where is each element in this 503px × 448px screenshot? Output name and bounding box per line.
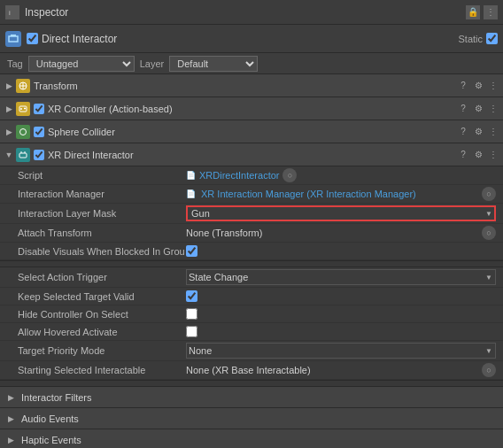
audio-events-header[interactable]: ▶ Audio Events (0, 408, 503, 429)
starting-selected-interactable-value: None (XR Base Interactable) (186, 365, 475, 375)
script-file-icon: 📄 (186, 171, 196, 180)
select-action-trigger-select-wrapper: State Change ▼ (186, 269, 496, 285)
interaction-manager-row: Interaction Manager 📄 XR Interaction Man… (0, 185, 503, 204)
script-label: Script (18, 170, 186, 181)
interactor-filters-header[interactable]: ▶ Interactor Filters (0, 387, 503, 408)
svg-point-11 (20, 128, 27, 135)
xr-direct-icon (16, 148, 30, 162)
sphere-collider-label: Sphere Collider (48, 127, 457, 137)
sphere-collider-menu-btn[interactable]: ⋮ (487, 126, 499, 138)
sphere-collider-header[interactable]: ▶ Sphere Collider ? ⚙ ⋮ (0, 120, 503, 143)
section-divider-2 (0, 380, 503, 387)
target-priority-mode-select-wrapper: None ▼ (186, 343, 496, 359)
audio-events-label: Audio Events (21, 413, 79, 424)
attach-transform-row: Attach Transform None (Transform) ○ (0, 224, 503, 243)
select-action-trigger-select[interactable]: State Change (186, 269, 496, 285)
transform-label: Transform (34, 81, 457, 91)
transform-fold-icon: ▶ (4, 81, 14, 91)
object-icon (5, 31, 21, 47)
layer-label: Layer (140, 58, 165, 69)
static-label: Static (458, 34, 483, 44)
sphere-collider-fold-icon: ▶ (4, 127, 14, 137)
script-circle-btn[interactable]: ○ (282, 168, 297, 182)
haptic-events-header[interactable]: ▶ Haptic Events (0, 429, 503, 448)
disable-visuals-checkbox[interactable] (186, 245, 197, 257)
xr-controller-help-btn[interactable]: ? (457, 103, 469, 115)
hide-controller-on-select-label: Hide Controller On Select (18, 309, 186, 320)
interaction-layer-mask-select-wrapper: ▼ (186, 205, 496, 221)
transform-settings-btn[interactable]: ⚙ (472, 80, 484, 92)
keep-selected-target-valid-label: Keep Selected Target Valid (18, 291, 186, 302)
svg-rect-10 (25, 107, 26, 109)
xr-direct-fold-icon: ▼ (4, 150, 14, 160)
xr-controller-label: XR Controller (Action-based) (48, 104, 457, 114)
target-priority-mode-select[interactable]: None (186, 343, 496, 359)
xr-direct-actions: ? ⚙ ⋮ (457, 149, 499, 161)
sphere-collider-active-checkbox[interactable] (34, 127, 44, 137)
interaction-layer-mask-row: Interaction Layer Mask ▼ (0, 204, 503, 224)
sphere-collider-actions: ? ⚙ ⋮ (457, 126, 499, 138)
select-action-trigger-label: Select Action Trigger (18, 272, 186, 282)
xr-controller-fold-icon: ▶ (4, 104, 14, 114)
interaction-layer-mask-input[interactable] (186, 205, 496, 221)
xr-direct-properties: Script 📄 XRDirectInteractor ○ Interactio… (0, 166, 503, 448)
tag-select[interactable]: Untagged (28, 56, 135, 72)
xr-controller-header[interactable]: ▶ XR Controller (Action-based) ? ⚙ ⋮ (0, 97, 503, 120)
sphere-collider-settings-btn[interactable]: ⚙ (472, 126, 484, 138)
xr-direct-help-btn[interactable]: ? (457, 149, 469, 161)
transform-header[interactable]: ▶ Transform ? ⚙ ⋮ (0, 74, 503, 97)
svg-rect-3 (11, 35, 16, 36)
xr-controller-active-checkbox[interactable] (34, 104, 44, 114)
select-action-trigger-row: Select Action Trigger State Change ▼ (0, 267, 503, 288)
tag-label: Tag (7, 58, 23, 69)
starting-selected-interactable-value-wrapper: None (XR Base Interactable) ○ (186, 363, 496, 377)
inspector-icon: i (5, 5, 19, 19)
xr-controller-settings-btn[interactable]: ⚙ (472, 103, 484, 115)
xr-direct-settings-btn[interactable]: ⚙ (472, 149, 484, 161)
object-name: Direct Interactor (42, 33, 458, 45)
transform-menu-btn[interactable]: ⋮ (487, 80, 499, 92)
components-container: ▶ Transform ? ⚙ ⋮ ▶ XR Controller (Actio… (0, 74, 503, 448)
target-priority-mode-row: Target Priority Mode None ▼ (0, 341, 503, 361)
svg-point-8 (20, 108, 22, 110)
allow-hovered-activate-checkbox[interactable] (186, 326, 197, 337)
menu-button[interactable]: ⋮ (484, 5, 498, 19)
allow-hovered-activate-row: Allow Hovered Activate (0, 323, 503, 341)
interaction-layer-mask-label: Interaction Layer Mask (18, 208, 186, 219)
interactor-filters-label: Interactor Filters (21, 392, 91, 403)
starting-selected-interactable-label: Starting Selected Interactable (18, 365, 186, 375)
object-active-checkbox[interactable] (27, 33, 38, 44)
section-divider-1 (0, 260, 503, 267)
xr-direct-menu-btn[interactable]: ⋮ (487, 149, 499, 161)
starting-selected-interactable-circle-btn[interactable]: ○ (482, 363, 496, 377)
allow-hovered-activate-label: Allow Hovered Activate (18, 327, 186, 337)
haptic-events-label: Haptic Events (21, 435, 81, 445)
lock-button[interactable]: 🔒 (466, 5, 480, 19)
disable-visuals-label: Disable Visuals When Blocked In Grou (18, 246, 186, 257)
layer-select[interactable]: Default (169, 56, 258, 72)
sphere-collider-help-btn[interactable]: ? (457, 126, 469, 138)
title-bar-actions: 🔒 ⋮ (466, 5, 498, 19)
keep-selected-target-valid-checkbox[interactable] (186, 290, 197, 302)
transform-help-btn[interactable]: ? (457, 80, 469, 92)
xr-controller-actions: ? ⚙ ⋮ (457, 103, 499, 115)
interactor-filters-fold-icon: ▶ (5, 392, 16, 403)
static-checkbox[interactable] (486, 33, 498, 44)
xr-direct-label: XR Direct Interactor (48, 150, 457, 160)
keep-selected-target-valid-row: Keep Selected Target Valid (0, 288, 503, 305)
transform-icon (16, 79, 30, 93)
title-bar-title: Inspector (25, 6, 68, 19)
xr-direct-header[interactable]: ▼ XR Direct Interactor ? ⚙ ⋮ (0, 143, 503, 166)
xr-direct-active-checkbox[interactable] (34, 150, 44, 160)
hide-controller-on-select-checkbox[interactable] (186, 308, 197, 320)
title-bar: i Inspector 🔒 ⋮ (0, 0, 503, 25)
attach-transform-circle-btn[interactable]: ○ (482, 226, 496, 240)
interaction-manager-circle-btn[interactable]: ○ (482, 187, 496, 201)
xr-controller-menu-btn[interactable]: ⋮ (487, 103, 499, 115)
interaction-manager-value: XR Interaction Manager (XR Interaction M… (201, 189, 475, 199)
interaction-manager-value-wrapper: 📄 XR Interaction Manager (XR Interaction… (186, 187, 496, 201)
script-value[interactable]: XRDirectInteractor (199, 170, 279, 181)
attach-transform-value-wrapper: None (Transform) ○ (186, 226, 496, 240)
audio-events-fold-icon: ▶ (5, 413, 16, 424)
object-header: Direct Interactor Static (0, 25, 503, 53)
